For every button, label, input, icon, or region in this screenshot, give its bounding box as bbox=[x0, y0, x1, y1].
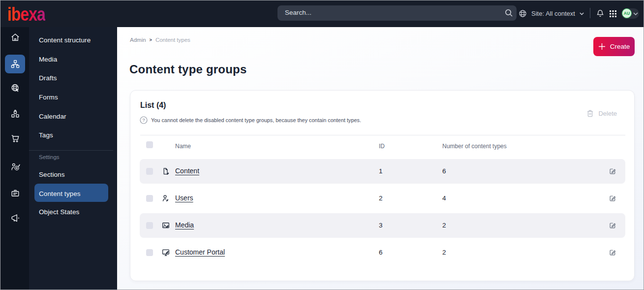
svg-text:?: ? bbox=[142, 117, 145, 123]
